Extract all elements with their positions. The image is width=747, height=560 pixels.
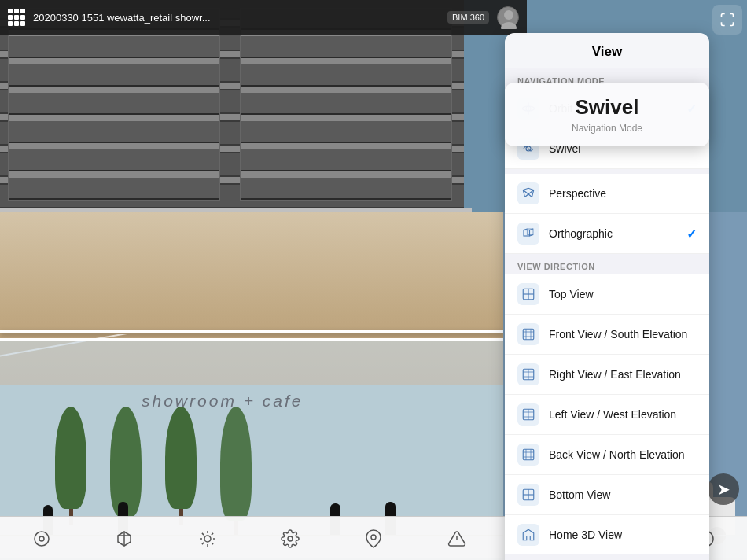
- front-view-item[interactable]: Front View / South Elevation: [505, 315, 709, 355]
- bottom-view-icon: [517, 484, 539, 506]
- left-view-label: Left View / West Elevation: [549, 408, 697, 421]
- perspective-label: Perspective: [549, 187, 697, 200]
- svg-line-34: [212, 532, 213, 534]
- zoom-section: ZOOM: [505, 554, 709, 560]
- left-view-icon: [517, 403, 539, 426]
- right-view-icon: [517, 363, 539, 385]
- svg-line-33: [212, 542, 213, 543]
- view-dir-label: VIEW DIRECTION: [505, 254, 709, 274]
- orthographic-item[interactable]: Orthographic ✓: [505, 214, 709, 254]
- toolbar-location[interactable]: [350, 529, 397, 548]
- svg-rect-16: [523, 329, 534, 340]
- svg-point-23: [35, 532, 49, 546]
- home-icon: [32, 529, 51, 548]
- swivel-overlay: Swivel Navigation Mode: [505, 83, 709, 146]
- alert-icon: [447, 529, 466, 548]
- svg-rect-19: [523, 449, 534, 460]
- home-3d-icon: [517, 524, 539, 546]
- bottom-view-item[interactable]: Bottom View: [505, 475, 709, 515]
- location-icon: [364, 529, 383, 548]
- right-view-label: Right View / East Elevation: [549, 368, 697, 381]
- file-title: 20200330 1551 wewatta_retail showr...: [33, 12, 440, 24]
- toolbar-light[interactable]: [184, 529, 231, 548]
- showroom-label: showroom + cafe: [142, 392, 304, 411]
- bottom-view-label: Bottom View: [549, 488, 697, 501]
- view-panel-title: View: [505, 33, 709, 68]
- svg-point-27: [204, 536, 211, 542]
- right-view-item[interactable]: Right View / East Elevation: [505, 355, 709, 395]
- grid-icon[interactable]: [8, 9, 25, 26]
- settings-icon: [281, 529, 300, 548]
- light-icon: [198, 529, 217, 548]
- user-avatar[interactable]: [497, 6, 519, 28]
- fullscreen-button[interactable]: [712, 5, 742, 35]
- orthographic-check: ✓: [686, 227, 697, 241]
- left-view-item[interactable]: Left View / West Elevation: [505, 395, 709, 435]
- building-panel-left: [8, 8, 220, 201]
- back-view-label: Back View / North Elevation: [549, 448, 697, 461]
- zoom-label: ZOOM: [505, 554, 709, 560]
- building-panel-right: [240, 8, 452, 201]
- home-3d-item[interactable]: Home 3D View: [505, 515, 709, 554]
- perspective-item[interactable]: Perspective: [505, 174, 709, 214]
- orthographic-label: Orthographic: [549, 227, 677, 240]
- svg-point-36: [288, 536, 293, 541]
- header-bar: 20200330 1551 wewatta_retail showr... BI…: [0, 0, 527, 35]
- svg-point-24: [39, 536, 44, 541]
- svg-line-32: [202, 532, 204, 534]
- toolbar-settings[interactable]: [267, 529, 314, 548]
- home-3d-label: Home 3D View: [549, 529, 697, 541]
- model-icon: [115, 529, 134, 548]
- top-view-label: Top View: [549, 288, 697, 300]
- orthographic-icon: [517, 223, 539, 245]
- toolbar-model[interactable]: [101, 529, 148, 548]
- toolbar-home[interactable]: [18, 529, 65, 548]
- overhang: [0, 330, 503, 333]
- svg-point-0: [504, 10, 513, 20]
- forward-arrow-button[interactable]: ➤: [708, 473, 739, 505]
- front-view-label: Front View / South Elevation: [549, 328, 697, 341]
- toolbar-alert[interactable]: [433, 529, 480, 548]
- top-view-icon: [517, 283, 539, 305]
- svg-point-37: [371, 535, 376, 540]
- back-view-item[interactable]: Back View / North Elevation: [505, 435, 709, 475]
- perspective-icon: [517, 182, 539, 204]
- building-bottom: [0, 212, 503, 558]
- svg-line-35: [202, 542, 204, 543]
- swivel-overlay-title: Swivel: [505, 95, 709, 120]
- bim-badge: BIM 360: [447, 11, 489, 24]
- top-view-item[interactable]: Top View: [505, 274, 709, 315]
- view-dir-section-bg: VIEW DIRECTION: [505, 254, 709, 274]
- front-view-icon: [517, 323, 539, 345]
- swivel-overlay-subtitle: Navigation Mode: [505, 123, 709, 134]
- svg-point-1: [501, 22, 517, 29]
- back-view-icon: [517, 444, 539, 466]
